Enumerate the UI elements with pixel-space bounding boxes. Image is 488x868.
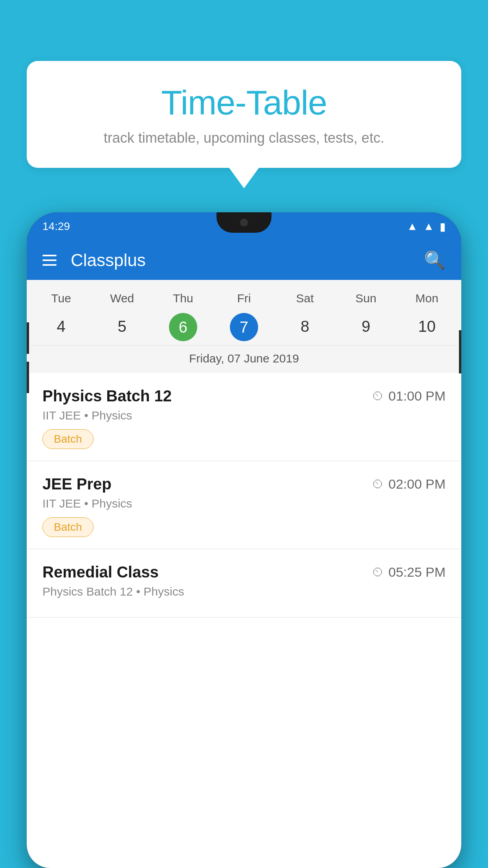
status-bar: 14:29 ▲ ▲ ▮ (27, 212, 461, 241)
clock-icon-1: ⏲ (372, 389, 384, 403)
status-icons: ▲ ▲ ▮ (407, 220, 446, 233)
schedule-item-3-time: ⏲ 05:25 PM (372, 565, 446, 580)
schedule-item-3-title: Remedial Class (42, 563, 159, 581)
day-header-thu: Thu (152, 288, 213, 309)
schedule-item-1[interactable]: Physics Batch 12 ⏲ 01:00 PM IIT JEE • Ph… (27, 373, 461, 461)
bubble-subtitle: track timetable, upcoming classes, tests… (50, 130, 438, 146)
phone-screen: Classplus 🔍 Tue Wed Thu Fri Sat Sun Mon … (27, 241, 461, 868)
schedule-item-1-badge: Batch (42, 429, 94, 449)
schedule-item-2-meta: IIT JEE • Physics (42, 497, 446, 510)
day-header-mon: Mon (396, 288, 457, 309)
day-9[interactable]: 9 (336, 313, 396, 341)
calendar-strip: Tue Wed Thu Fri Sat Sun Mon 4 5 6 7 8 9 … (27, 280, 461, 373)
schedule-item-2[interactable]: JEE Prep ⏲ 02:00 PM IIT JEE • Physics Ba… (27, 461, 461, 549)
wifi-icon: ▲ (407, 220, 418, 233)
day-5[interactable]: 5 (92, 313, 152, 341)
phone-frame: 14:29 ▲ ▲ ▮ Classplus 🔍 Tue Wed T (27, 212, 461, 868)
day-header-tue: Tue (31, 288, 92, 309)
search-button[interactable]: 🔍 (424, 250, 446, 270)
day-numbers: 4 5 6 7 8 9 10 (31, 313, 457, 341)
day-8[interactable]: 8 (275, 313, 336, 341)
volume-button-up (27, 322, 29, 354)
speech-bubble: Time-Table track timetable, upcoming cla… (27, 61, 461, 168)
battery-icon: ▮ (440, 220, 446, 233)
schedule-item-2-time-value: 02:00 PM (388, 476, 446, 492)
day-4[interactable]: 4 (31, 313, 92, 341)
schedule-item-2-time: ⏲ 02:00 PM (372, 476, 446, 492)
schedule-item-3-header: Remedial Class ⏲ 05:25 PM (42, 563, 446, 581)
schedule-item-2-badge: Batch (42, 517, 94, 537)
schedule-item-3-time-value: 05:25 PM (388, 565, 446, 580)
schedule-item-1-time-value: 01:00 PM (388, 388, 446, 404)
day-7-selected[interactable]: 7 (230, 313, 258, 341)
day-header-wed: Wed (92, 288, 152, 309)
schedule-item-3-meta: Physics Batch 12 • Physics (42, 585, 446, 598)
hamburger-line-2 (42, 259, 57, 261)
schedule-item-2-title: JEE Prep (42, 475, 112, 493)
power-button (459, 330, 461, 373)
schedule-container: Physics Batch 12 ⏲ 01:00 PM IIT JEE • Ph… (27, 373, 461, 618)
app-header: Classplus 🔍 (27, 241, 461, 280)
day-header-sat: Sat (275, 288, 336, 309)
selected-date-label: Friday, 07 June 2019 (31, 345, 457, 373)
status-time: 14:29 (42, 220, 70, 233)
clock-icon-2: ⏲ (372, 477, 384, 491)
day-10[interactable]: 10 (396, 313, 457, 341)
schedule-item-1-meta: IIT JEE • Physics (42, 409, 446, 422)
schedule-item-3[interactable]: Remedial Class ⏲ 05:25 PM Physics Batch … (27, 549, 461, 618)
schedule-item-1-title: Physics Batch 12 (42, 387, 172, 405)
bubble-title: Time-Table (50, 83, 438, 123)
schedule-item-1-time: ⏲ 01:00 PM (372, 388, 446, 404)
hamburger-menu[interactable] (42, 255, 57, 266)
day-headers: Tue Wed Thu Fri Sat Sun Mon (31, 288, 457, 309)
day-header-sun: Sun (336, 288, 396, 309)
schedule-item-2-header: JEE Prep ⏲ 02:00 PM (42, 475, 446, 493)
hamburger-line-1 (42, 255, 57, 256)
camera (240, 219, 248, 226)
day-header-fri: Fri (213, 288, 274, 309)
hamburger-line-3 (42, 264, 57, 266)
signal-icon: ▲ (423, 220, 434, 233)
schedule-item-1-header: Physics Batch 12 ⏲ 01:00 PM (42, 387, 446, 405)
clock-icon-3: ⏲ (372, 565, 384, 579)
volume-button-down (27, 362, 29, 393)
notch (216, 212, 272, 233)
app-title: Classplus (71, 250, 424, 270)
day-6-today[interactable]: 6 (169, 313, 197, 341)
